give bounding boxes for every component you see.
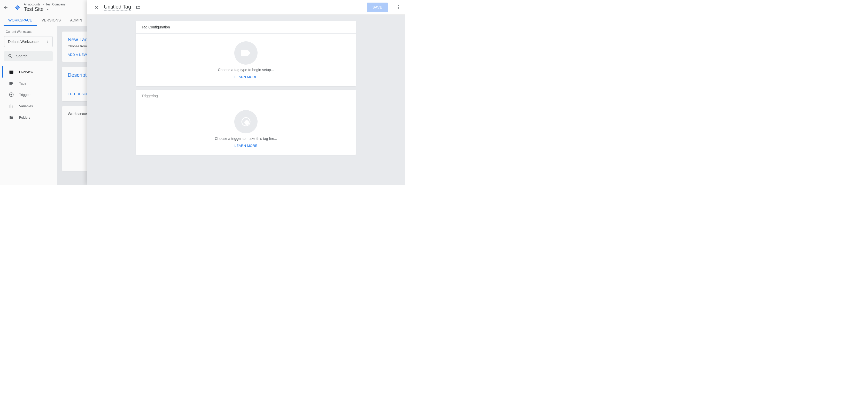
svg-point-5	[398, 5, 399, 6]
tag-config-learn-more[interactable]: LEARN MORE	[235, 75, 257, 79]
tag-configuration-body: Choose a tag type to begin setup... LEAR…	[136, 34, 356, 86]
triggering-learn-more[interactable]: LEARN MORE	[235, 144, 257, 148]
tag-config-hint: Choose a tag type to begin setup...	[218, 68, 274, 72]
svg-point-9	[244, 120, 249, 125]
triggering-header: Triggering	[136, 90, 356, 102]
svg-point-7	[398, 8, 399, 9]
folder-outline-icon	[135, 5, 141, 10]
tag-configuration-header: Tag Configuration	[136, 21, 356, 34]
close-icon	[94, 5, 99, 10]
triggering-hint: Choose a trigger to make this tag fire..…	[215, 136, 277, 141]
tag-editor-dialog: Untitled Tag SAVE Tag Configuration Choo…	[87, 0, 405, 185]
trigger-placeholder-circle	[234, 110, 257, 133]
more-vert-icon	[396, 5, 401, 10]
more-menu-button[interactable]	[396, 5, 401, 10]
triggering-body: Choose a trigger to make this tag fire..…	[136, 102, 356, 155]
tag-placeholder-circle	[234, 41, 257, 65]
close-button[interactable]	[94, 5, 99, 10]
trigger-circle-icon	[241, 117, 251, 127]
tag-shape-icon	[241, 49, 251, 57]
tag-configuration-panel[interactable]: Tag Configuration Choose a tag type to b…	[136, 21, 356, 86]
save-button[interactable]: SAVE	[367, 3, 388, 12]
tag-name-input[interactable]: Untitled Tag	[104, 4, 131, 10]
svg-point-6	[398, 7, 399, 7]
folder-selector[interactable]	[135, 5, 141, 10]
dialog-header: Untitled Tag SAVE	[87, 0, 405, 15]
dialog-body: Tag Configuration Choose a tag type to b…	[87, 15, 405, 185]
triggering-panel[interactable]: Triggering Choose a trigger to make this…	[136, 90, 356, 155]
